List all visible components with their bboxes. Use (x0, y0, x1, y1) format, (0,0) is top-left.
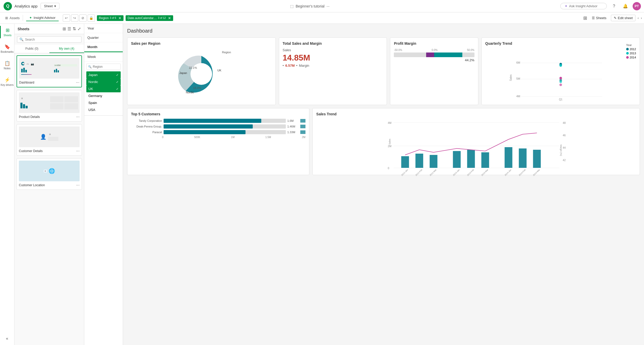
tab-myown[interactable]: My own (4) (49, 45, 84, 53)
customer-icon: 👤 (40, 134, 47, 140)
edit-icon: ✎ (614, 16, 617, 20)
sales-trend-svg: 4M 2M 0 48 46 44 42 Sales Margin (%) (316, 119, 636, 170)
bar-val-deak: 1.46M (287, 125, 298, 128)
customer-icon2: ⊞ (48, 133, 58, 136)
region-filter-chip[interactable]: Region 3 of 6 ✕ (97, 15, 124, 21)
grid-view-toggle[interactable]: ⊞ (63, 26, 66, 31)
top5-title: Top 5 Customers (131, 112, 305, 116)
assets-button[interactable]: ⊞ Assets (2, 15, 23, 21)
filter-quarter[interactable]: Quarter (84, 33, 123, 42)
region-item-usa[interactable]: USA (86, 106, 121, 113)
clear-icon[interactable]: ⊘ (79, 14, 87, 22)
bar-2013mar (481, 152, 489, 168)
profit-axis-center: 0.0% (432, 49, 438, 51)
sheet-name-customer: Customer Details (19, 149, 43, 153)
edit-sheet-button[interactable]: ✎ Edit sheet (611, 15, 635, 21)
region-nordic-check: ✓ (116, 80, 119, 84)
region-chip-close[interactable]: ✕ (118, 16, 121, 20)
date-filter-chip[interactable]: Date.autoCalendar.... 3 of 12 ✕ (126, 15, 173, 21)
filter-week[interactable]: Week (84, 52, 123, 62)
grid-view-icon[interactable]: ⊞ (583, 15, 587, 21)
svg-text:Q: Q (6, 4, 10, 8)
sheets-icon: ☰ (592, 16, 595, 20)
region-item-nordic[interactable]: Nordic ✓ (86, 78, 121, 85)
x-label-500k: 500K (194, 136, 200, 139)
bar-mini-paracel (300, 130, 305, 134)
legend-year-title: Year (626, 43, 636, 47)
sheet-thumb-product[interactable]: ⊞ (17, 90, 82, 122)
sheet-menu-dashboard[interactable]: ··· (76, 80, 79, 85)
search-icon: 🔍 (19, 38, 24, 41)
sheet-name-dashboard: Dashboard (19, 81, 34, 84)
tutorial-area: ⬚ Beginner's tutorial ··· (63, 4, 557, 8)
nav-key-drivers-label: Key drivers (1, 84, 13, 86)
expand-icon[interactable]: ⤢ (78, 26, 81, 31)
bar-2012jan (401, 156, 409, 168)
profit-margin-title: Profit Margin (394, 41, 474, 46)
total-sales-title: Total Sales and Margin (283, 41, 383, 46)
filter-year[interactable]: Year (84, 24, 123, 33)
help-icon[interactable]: ? (610, 2, 618, 10)
sheet-menu-product[interactable]: ··· (76, 115, 80, 119)
sheet-menu-customer[interactable]: ··· (76, 149, 80, 153)
thumb-label: #1 (26, 63, 30, 65)
legend-label-2012: 2012 (630, 48, 636, 51)
tutorial-label: Beginner's tutorial (296, 4, 325, 8)
sheet-thumb-img-dashboard: #1 📷 14.85M (19, 58, 79, 79)
region-uk-check: ✓ (116, 87, 119, 91)
region-item-japan[interactable]: Japan ✓ (86, 71, 121, 78)
notifications-icon[interactable]: 🔔 (621, 2, 630, 10)
profit-axis-right: 50.0% (467, 49, 474, 51)
bar-2014feb (519, 148, 526, 168)
filter-panel: Year Quarter Month Week 🔍 Region Japan ✓… (84, 24, 123, 345)
date-chip-close[interactable]: ✕ (168, 16, 171, 20)
forward-icon[interactable]: ↪ (71, 14, 78, 22)
x-axis-labels: 0 500K 1M 1.5M 2M (131, 136, 305, 139)
nav-bookmarks[interactable]: 🔖 Bookmarks (0, 42, 14, 55)
nav-right-icon[interactable]: › (641, 16, 642, 20)
back-icon[interactable]: ↩ (63, 14, 70, 22)
svg-text:6M: 6M (516, 61, 520, 64)
region-chip-label: Region (99, 16, 109, 20)
ask-advisor-button[interactable]: ✦ Ask Insight Advisor (560, 3, 607, 9)
margin-value: 6.57M (285, 64, 295, 68)
tab-public[interactable]: Public (0) (14, 45, 49, 53)
thumb-camera-icon: 📷 (31, 63, 34, 65)
globe-icon: 🌐 (49, 168, 55, 174)
svg-text:4M: 4M (516, 95, 520, 98)
nav-sheets-label: Sheets (3, 34, 11, 37)
nav-sheets[interactable]: ⊞ Sheets (0, 26, 14, 38)
lock-icon[interactable]: 🔒 (88, 14, 95, 22)
bar-mini-tandy (300, 119, 305, 123)
bullet2-icon: • (296, 64, 297, 68)
nav-collapse[interactable]: « (6, 336, 8, 343)
more-icon[interactable]: ··· (327, 4, 330, 8)
filter-month[interactable]: Month (84, 42, 123, 52)
bar-bg-paracel (164, 130, 286, 134)
dashboard-row-2: Top 5 Customers Tandy Corporation 1.6M D… (127, 108, 640, 175)
region-item-uk[interactable]: UK ✓ (86, 85, 121, 92)
sheet-menu-location[interactable]: ··· (76, 183, 80, 188)
sheet-thumb-location[interactable]: ⊞ 🌐 Customer Location ··· (17, 158, 82, 190)
sheets-button[interactable]: ☰ Sheets (589, 15, 609, 21)
svg-text:59.5%: 59.5% (214, 73, 222, 76)
insight-advisor-tab[interactable]: ✦ Insight Advisor (26, 15, 59, 21)
nav-key-drivers[interactable]: ⚡ Key drivers (0, 76, 14, 88)
svg-text:18.4%: 18.4% (193, 86, 201, 89)
nav-left-icon[interactable]: ‹ (638, 16, 639, 20)
nav-notes[interactable]: 📋 Notes (0, 59, 14, 71)
legend-label-2014: 2014 (630, 56, 636, 59)
sales-trend-title: Sales Trend (316, 112, 636, 116)
region-item-germany[interactable]: Germany (86, 92, 121, 99)
sheet-selector[interactable]: Sheet ▾ (41, 3, 59, 9)
user-avatar[interactable]: PT (633, 2, 641, 10)
product-bars (20, 101, 49, 108)
sheet-thumb-customer[interactable]: 👤 ⊞ Customer Details ··· (17, 124, 82, 156)
sheet-thumb-img-location: ⊞ 🌐 (19, 161, 80, 181)
sort-icon[interactable]: ⇅ (73, 26, 76, 31)
list-view-toggle[interactable]: ☰ (67, 26, 71, 31)
region-item-spain[interactable]: Spain (86, 99, 121, 106)
sheets-search-input[interactable] (25, 38, 79, 41)
profit-margin-card: Profit Margin -50.0% 0.0% 50.0% 44.2% (390, 38, 478, 105)
sheet-thumb-dashboard[interactable]: #1 📷 14.85M (17, 55, 82, 87)
